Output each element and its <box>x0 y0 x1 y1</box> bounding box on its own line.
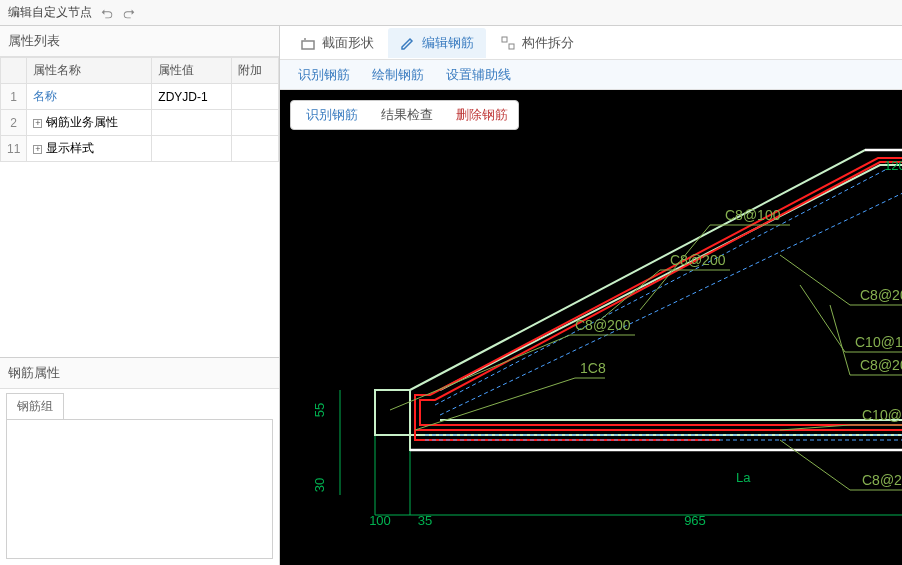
table-row[interactable]: 11 +显示样式 <box>1 136 279 162</box>
tab-edit-rebar[interactable]: 编辑钢筋 <box>388 28 486 58</box>
svg-text:C8@200: C8@200 <box>862 472 902 488</box>
recognize-rebar-float-button[interactable]: 识别钢筋 <box>301 106 358 124</box>
svg-rect-2 <box>502 37 507 42</box>
svg-text:1C8: 1C8 <box>580 360 606 376</box>
edit-icon <box>400 35 416 51</box>
svg-text:965: 965 <box>684 513 706 528</box>
svg-text:55: 55 <box>312 403 327 417</box>
section-icon <box>300 35 316 51</box>
svg-text:C8@200: C8@200 <box>860 357 902 373</box>
expand-icon[interactable]: + <box>33 145 42 154</box>
undo-icon[interactable] <box>100 6 114 20</box>
svg-rect-3 <box>509 44 514 49</box>
properties-table: 属性名称 属性值 附加 1 名称 ZDYJD-1 2 +钢筋业务属性 11 +显… <box>0 57 279 162</box>
tab-section[interactable]: 截面形状 <box>288 28 386 58</box>
rebar-group-tab[interactable]: 钢筋组 <box>6 393 64 419</box>
svg-text:C8@200: C8@200 <box>575 317 631 333</box>
redo-icon[interactable] <box>122 6 136 20</box>
rebar-properties-header: 钢筋属性 <box>0 358 279 389</box>
col-num <box>1 58 27 84</box>
row-extra <box>231 110 278 136</box>
row-num: 11 <box>1 136 27 162</box>
drawing-canvas[interactable]: 识别钢筋 结果检查 删除钢筋 <box>280 90 902 565</box>
svg-text:C8@200: C8@200 <box>670 252 726 268</box>
spacer <box>0 162 279 357</box>
split-icon <box>500 35 516 51</box>
svg-text:30: 30 <box>312 478 327 492</box>
svg-text:120: 120 <box>884 158 902 173</box>
row-value <box>152 110 231 136</box>
row-value <box>152 136 231 162</box>
recognize-rebar-button[interactable]: 识别钢筋 <box>292 66 350 84</box>
svg-text:C8@100: C8@100 <box>725 207 781 223</box>
svg-text:C10@150: C10@150 <box>855 334 902 350</box>
row-num: 2 <box>1 110 27 136</box>
svg-point-1 <box>304 38 306 40</box>
col-value: 属性值 <box>152 58 231 84</box>
expand-icon[interactable]: + <box>33 119 42 128</box>
svg-rect-0 <box>302 41 314 49</box>
cad-drawing: C8@100C8@200C8@200C10@150C8@200C10@100C8… <box>280 90 902 565</box>
floating-toolbar: 识别钢筋 结果检查 删除钢筋 <box>290 100 519 130</box>
set-auxiliary-line-button[interactable]: 设置辅助线 <box>440 66 511 84</box>
svg-text:C10@100: C10@100 <box>862 407 902 423</box>
window-title: 编辑自定义节点 <box>8 4 92 21</box>
tab-split[interactable]: 构件拆分 <box>488 28 586 58</box>
col-name: 属性名称 <box>27 58 152 84</box>
svg-line-38 <box>780 440 850 490</box>
svg-line-28 <box>600 270 660 320</box>
row-extra <box>231 84 278 110</box>
table-row[interactable]: 1 名称 ZDYJD-1 <box>1 84 279 110</box>
table-row[interactable]: 2 +钢筋业务属性 <box>1 110 279 136</box>
right-panel: 截面形状 编辑钢筋 构件拆分 识别钢筋 绘制钢筋 设置辅助线 识别钢筋 <box>280 26 902 565</box>
svg-line-32 <box>800 285 845 352</box>
rebar-properties-panel: 钢筋属性 钢筋组 <box>0 357 279 565</box>
svg-line-34 <box>830 305 850 375</box>
rebar-properties-body[interactable] <box>6 419 273 559</box>
left-panel: 属性列表 属性名称 属性值 附加 1 名称 ZDYJD-1 2 +钢筋业务属性 … <box>0 26 280 565</box>
row-num: 1 <box>1 84 27 110</box>
draw-rebar-button[interactable]: 绘制钢筋 <box>366 66 424 84</box>
svg-line-42 <box>415 378 575 430</box>
title-bar: 编辑自定义节点 <box>0 0 902 26</box>
delete-rebar-button[interactable]: 删除钢筋 <box>451 106 508 124</box>
svg-line-40 <box>390 335 570 410</box>
svg-text:La: La <box>736 470 751 485</box>
row-name[interactable]: +显示样式 <box>27 136 152 162</box>
svg-text:35: 35 <box>418 513 432 528</box>
main-tabs: 截面形状 编辑钢筋 构件拆分 <box>280 26 902 60</box>
row-name[interactable]: 名称 <box>27 84 152 110</box>
svg-line-30 <box>780 255 850 305</box>
col-extra: 附加 <box>231 58 278 84</box>
toolbar: 识别钢筋 绘制钢筋 设置辅助线 <box>280 60 902 90</box>
svg-line-20 <box>435 170 885 405</box>
svg-text:100: 100 <box>369 513 391 528</box>
row-value[interactable]: ZDYJD-1 <box>152 84 231 110</box>
table-header-row: 属性名称 属性值 附加 <box>1 58 279 84</box>
svg-text:C8@200: C8@200 <box>860 287 902 303</box>
row-extra <box>231 136 278 162</box>
check-result-button[interactable]: 结果检查 <box>376 106 433 124</box>
properties-header: 属性列表 <box>0 26 279 57</box>
svg-line-21 <box>440 180 902 415</box>
row-name[interactable]: +钢筋业务属性 <box>27 110 152 136</box>
